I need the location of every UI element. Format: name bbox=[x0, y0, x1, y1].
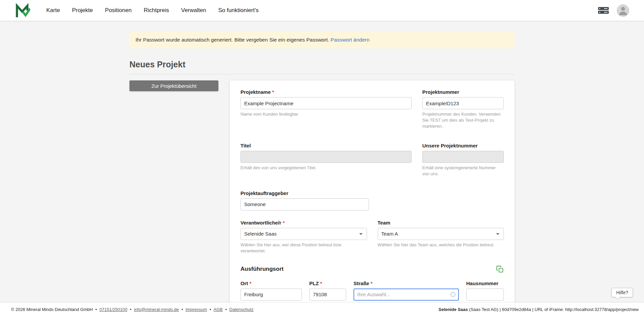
nav-item-positionen[interactable]: Positionen bbox=[105, 7, 131, 14]
row-verantwortliche-team: Verantwortliche/r * Selenide Saas Wählen… bbox=[240, 220, 504, 254]
unsere-projektnummer-label: Unsere Projektnummer bbox=[422, 143, 504, 148]
footer-copyright: © 2026 Mineral Minds Deutschland GmbH bbox=[11, 307, 93, 312]
field-unsere-projektnummer: Unsere Projektnummer Erhält eine systemg… bbox=[422, 143, 504, 177]
titel-helper: Erhält den von uns vorgegebenen Titel. bbox=[240, 165, 412, 171]
footer-left: © 2026 Mineral Minds Deutschland GmbH • … bbox=[11, 307, 254, 312]
row-projektauftraggeber: Projektauftraggeber bbox=[240, 190, 504, 210]
hausnummer-input[interactable] bbox=[466, 289, 504, 301]
page-title: Neues Projekt bbox=[129, 60, 515, 74]
field-titel: Titel Erhält den von uns vorgegebenen Ti… bbox=[240, 143, 412, 177]
footer-datenschutz-link[interactable]: Datenschutz bbox=[229, 307, 254, 312]
new-project-form-card: Projektname * Name vom Kunden festlegbar… bbox=[230, 80, 515, 316]
footer-impressum-link[interactable]: Impressum bbox=[185, 307, 207, 312]
footer: © 2026 Mineral Minds Deutschland GmbH • … bbox=[0, 303, 644, 316]
team-selected-value: Team A bbox=[381, 231, 398, 237]
field-verantwortliche: Verantwortliche/r * Selenide Saas Wählen… bbox=[240, 220, 367, 254]
projektnummer-input[interactable] bbox=[422, 97, 504, 109]
strasse-label: Straße * bbox=[354, 280, 459, 286]
field-projektname: Projektname * Name vom Kunden festlegbar bbox=[240, 89, 412, 129]
ausfuehrungsort-title: Ausführungsort bbox=[240, 266, 283, 272]
ausfuehrungsort-section-header: Ausführungsort bbox=[240, 265, 504, 273]
team-helper: Wählen Sie hier das Team aus, welches di… bbox=[378, 242, 504, 248]
footer-agb-link[interactable]: AGB bbox=[214, 307, 223, 312]
footer-session-info: Selenide Saas (Saas Test AG) | 60d709e2d… bbox=[439, 307, 639, 312]
row-titel: Titel Erhält den von uns vorgegebenen Ti… bbox=[240, 143, 504, 177]
projektnummer-helper: Projektnummer des Kunden. Verwenden Sie … bbox=[422, 111, 504, 129]
person-icon bbox=[617, 4, 629, 16]
navbar-right-actions bbox=[597, 4, 629, 17]
verantwortliche-selected-value: Selenide Saas bbox=[244, 231, 277, 237]
nav-item-karte[interactable]: Karte bbox=[46, 7, 60, 14]
server-icon[interactable] bbox=[597, 6, 609, 15]
chevron-down-icon bbox=[359, 233, 363, 237]
plz-label: PLZ * bbox=[309, 280, 346, 286]
nav-item-so-funktionierts[interactable]: So funktioniert's bbox=[218, 7, 259, 14]
row-projektname: Projektname * Name vom Kunden festlegbar… bbox=[240, 89, 504, 129]
back-to-projects-button[interactable]: Zur Projektübersicht bbox=[129, 80, 218, 91]
main-navigation: Karte Projekte Positionen Richtpreis Ver… bbox=[46, 7, 259, 14]
left-column: Zur Projektübersicht bbox=[129, 80, 218, 91]
nav-item-verwalten[interactable]: Verwalten bbox=[181, 7, 206, 14]
required-marker: * bbox=[283, 220, 285, 226]
loading-spinner-icon bbox=[450, 292, 455, 297]
chevron-down-icon bbox=[496, 233, 499, 237]
server-icon-glyph bbox=[597, 6, 609, 15]
unsere-projektnummer-input bbox=[422, 151, 504, 163]
projektauftraggeber-input[interactable] bbox=[240, 198, 369, 210]
required-marker: * bbox=[371, 280, 373, 286]
titel-input bbox=[240, 151, 412, 163]
strasse-input[interactable] bbox=[354, 289, 459, 301]
footer-user-name: Selenide Saas bbox=[439, 307, 468, 312]
copy-icon-glyph bbox=[496, 265, 504, 273]
nav-item-richtpreis[interactable]: Richtpreis bbox=[144, 7, 169, 14]
ort-input[interactable] bbox=[240, 289, 302, 301]
footer-phone-link[interactable]: 07151/250100 bbox=[100, 307, 127, 312]
password-warning-banner: Ihr Passwort wurde automatisch generiert… bbox=[129, 31, 515, 48]
projektname-input[interactable] bbox=[240, 97, 412, 109]
top-navbar: Karte Projekte Positionen Richtpreis Ver… bbox=[0, 0, 644, 21]
field-team: Team Team A Wählen Sie hier das Team aus… bbox=[378, 220, 504, 254]
help-button[interactable]: Hilfe? bbox=[611, 288, 633, 297]
projektname-helper: Name vom Kunden festlegbar bbox=[240, 111, 412, 117]
verantwortliche-helper: Wählen Sie hier aus, wer diese Position … bbox=[240, 242, 367, 254]
user-avatar-button[interactable] bbox=[617, 4, 629, 17]
team-label: Team bbox=[378, 220, 504, 226]
user-avatar-icon bbox=[617, 4, 629, 17]
footer-email-link[interactable]: info@mineral-minds.de bbox=[134, 307, 179, 312]
field-projektnummer: Projektnummer Projektnummer des Kunden. … bbox=[422, 89, 504, 129]
team-select[interactable]: Team A bbox=[378, 228, 504, 240]
required-marker: * bbox=[272, 89, 274, 95]
footer-user-details: (Saas Test AG) | 60d709e2d84a | URL of i… bbox=[468, 307, 639, 312]
verantwortliche-label: Verantwortliche/r * bbox=[240, 220, 367, 226]
hausnummer-label: Hausnummer bbox=[466, 280, 504, 286]
projektauftraggeber-label: Projektauftraggeber bbox=[240, 190, 504, 196]
logo-icon bbox=[15, 3, 30, 17]
change-password-link[interactable]: Passwort ändern bbox=[331, 37, 370, 43]
banner-text: Ihr Passwort wurde automatisch generiert… bbox=[136, 37, 329, 43]
required-marker: * bbox=[320, 280, 322, 286]
plz-input[interactable] bbox=[309, 289, 346, 301]
required-marker: * bbox=[250, 280, 252, 286]
projektnummer-label: Projektnummer bbox=[422, 89, 504, 95]
titel-label: Titel bbox=[240, 143, 412, 148]
unsere-projektnummer-helper: Erhält eine systemgenerierte Nummer von … bbox=[422, 165, 504, 177]
mineral-minds-logo[interactable] bbox=[15, 3, 30, 17]
projektname-label: Projektname * bbox=[240, 89, 412, 95]
ort-label: Ort * bbox=[240, 280, 302, 286]
nav-item-projekte[interactable]: Projekte bbox=[72, 7, 93, 14]
copy-icon[interactable] bbox=[496, 265, 504, 273]
verantwortliche-select[interactable]: Selenide Saas bbox=[240, 228, 367, 240]
